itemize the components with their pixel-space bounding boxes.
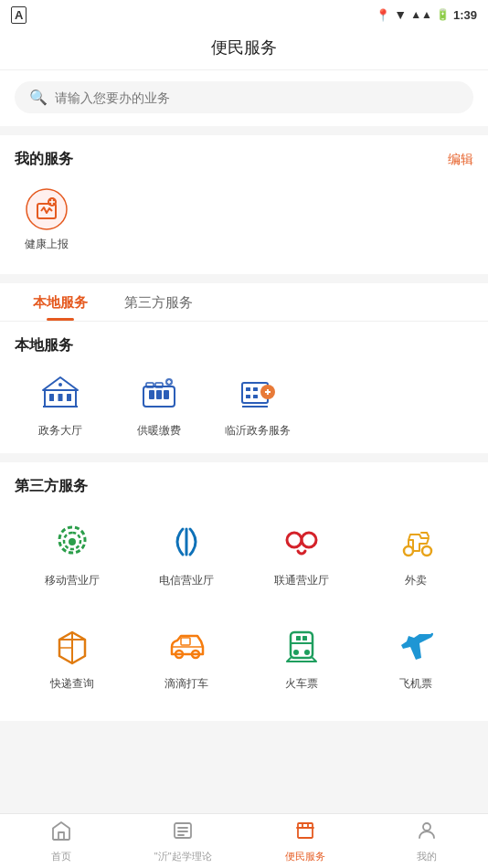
wifi-icon: ▼ xyxy=(394,7,407,22)
heating-label: 供暖缴费 xyxy=(137,423,181,439)
svg-rect-52 xyxy=(302,636,307,640)
service-item-express[interactable]: 快递查询 xyxy=(15,614,130,706)
service-item-mobile[interactable]: 移动营业厅 xyxy=(15,511,130,603)
local-services-grid: 政务大厅 xyxy=(15,370,473,439)
service-item-unicom[interactable]: 联通营业厅 xyxy=(244,511,359,603)
home-icon xyxy=(50,820,72,847)
svg-point-46 xyxy=(293,650,299,655)
svg-rect-51 xyxy=(296,636,301,640)
svg-point-34 xyxy=(422,546,431,556)
svg-rect-25 xyxy=(253,395,258,398)
svg-point-0 xyxy=(27,189,67,229)
search-input[interactable] xyxy=(55,90,459,105)
svg-point-33 xyxy=(404,546,413,556)
heating-icon xyxy=(136,370,182,416)
svg-point-32 xyxy=(302,533,316,547)
service-item-linyi[interactable]: 临沂政务服务 xyxy=(212,370,303,439)
health-icon xyxy=(25,187,69,231)
svg-rect-7 xyxy=(58,394,63,401)
govt-label: 政务大厅 xyxy=(38,423,82,439)
tab-third[interactable]: 第三方服务 xyxy=(106,283,211,321)
svg-rect-15 xyxy=(164,390,169,399)
nav-item-study[interactable]: "沂"起学理论 xyxy=(122,820,245,863)
nav-item-home[interactable]: 首页 xyxy=(0,820,122,863)
battery-icon: 🔋 xyxy=(436,8,450,21)
svg-rect-23 xyxy=(253,387,258,391)
telecom-label: 电信营业厅 xyxy=(159,573,214,588)
svg-rect-24 xyxy=(246,395,250,398)
mine-icon xyxy=(416,820,438,847)
svg-rect-13 xyxy=(149,390,154,399)
service-item-waimai[interactable]: 外卖 xyxy=(359,511,474,603)
my-services-title: 我的服务 xyxy=(15,150,73,169)
service-item-flight[interactable]: 飞机票 xyxy=(359,614,474,706)
service-item-govt[interactable]: 政务大厅 xyxy=(15,370,106,439)
search-section: 🔍 xyxy=(0,70,488,126)
edit-button[interactable]: 编辑 xyxy=(448,152,473,168)
service-item-heating[interactable]: 供暖缴费 xyxy=(113,370,205,439)
bottom-nav: 首页 "沂"起学理论 便民服务 xyxy=(0,813,488,868)
search-icon: 🔍 xyxy=(29,89,48,106)
svg-point-47 xyxy=(304,650,310,655)
service-nav-label: 便民服务 xyxy=(285,850,325,863)
local-services-title: 本地服务 xyxy=(15,336,73,355)
telecom-icon xyxy=(163,518,210,566)
home-label: 首页 xyxy=(51,850,71,863)
nav-item-service[interactable]: 便民服务 xyxy=(244,820,366,863)
status-bar: A 📍 ▼ ▲▲ 🔋 1:39 xyxy=(0,0,488,29)
status-right: 📍 ▼ ▲▲ 🔋 1:39 xyxy=(376,7,477,22)
svg-point-11 xyxy=(58,383,62,386)
service-item-health[interactable]: 健康上报 xyxy=(15,187,79,252)
time: 1:39 xyxy=(453,8,477,22)
svg-rect-17 xyxy=(155,383,163,387)
svg-point-57 xyxy=(423,823,430,831)
service-nav-icon xyxy=(294,820,316,847)
service-item-didi[interactable]: 滴滴打车 xyxy=(130,614,245,706)
mine-label: 我的 xyxy=(417,850,437,863)
flight-label: 飞机票 xyxy=(399,676,432,692)
app-icon: A xyxy=(11,6,27,24)
page-header: 便民服务 xyxy=(0,29,488,70)
svg-rect-6 xyxy=(49,394,54,401)
linyi-icon xyxy=(235,370,281,416)
express-icon xyxy=(48,621,96,669)
study-icon xyxy=(172,820,194,847)
my-services-header: 我的服务 编辑 xyxy=(15,150,473,169)
unicom-icon xyxy=(278,518,325,566)
signal-icon: ▲▲ xyxy=(410,8,432,21)
search-container[interactable]: 🔍 xyxy=(15,81,473,113)
didi-label: 滴滴打车 xyxy=(164,676,208,692)
train-label: 火车票 xyxy=(285,676,318,692)
page-title: 便民服务 xyxy=(211,38,277,57)
service-item-train[interactable]: 火车票 xyxy=(244,614,359,706)
mobile-label: 移动营业厅 xyxy=(45,573,100,588)
svg-rect-22 xyxy=(246,387,250,391)
local-services-header: 本地服务 xyxy=(15,336,473,355)
tab-local[interactable]: 本地服务 xyxy=(15,283,106,321)
tabs-container: 本地服务 第三方服务 本地服务 xyxy=(0,283,488,453)
study-label: "沂"起学理论 xyxy=(154,850,212,863)
location-icon: 📍 xyxy=(376,8,390,22)
health-label: 健康上报 xyxy=(25,237,69,252)
svg-rect-16 xyxy=(146,383,154,387)
local-services-card: 本地服务 xyxy=(0,322,488,453)
linyi-label: 临沂政务服务 xyxy=(225,423,291,439)
nav-item-mine[interactable]: 我的 xyxy=(366,820,489,863)
svg-rect-14 xyxy=(156,390,162,399)
my-services-card: 我的服务 编辑 健康上报 xyxy=(0,135,488,274)
third-party-title: 第三方服务 xyxy=(15,477,88,496)
flight-icon xyxy=(392,621,440,669)
didi-icon xyxy=(163,621,210,669)
my-services-grid: 健康上报 xyxy=(15,184,473,259)
mobile-icon xyxy=(48,518,96,566)
unicom-label: 联通营业厅 xyxy=(274,573,329,588)
svg-rect-43 xyxy=(181,638,190,645)
waimai-label: 外卖 xyxy=(405,573,427,588)
service-item-telecom[interactable]: 电信营业厅 xyxy=(130,511,245,603)
status-left: A xyxy=(11,6,27,24)
third-party-row-2: 快递查询 滴滴打车 xyxy=(15,614,473,706)
express-label: 快递查询 xyxy=(50,676,94,692)
third-party-row-1: 移动营业厅 电信营业厅 xyxy=(15,511,473,603)
third-party-card: 第三方服务 移动营业厅 xyxy=(0,462,488,721)
svg-rect-8 xyxy=(67,394,71,401)
